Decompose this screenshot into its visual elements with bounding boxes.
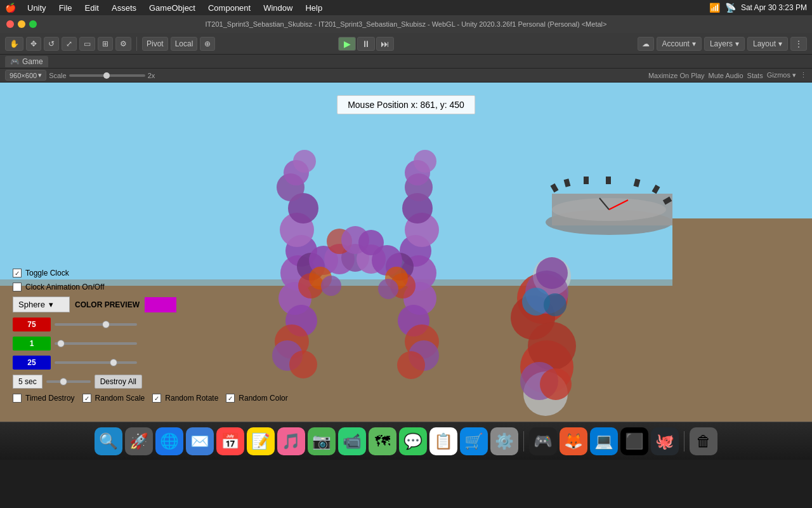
- svg-point-38: [357, 244, 386, 274]
- custom-tool[interactable]: ⚙: [115, 37, 131, 51]
- resolution-dropdown[interactable]: 960×600 ▾: [5, 70, 46, 81]
- layers-label: Layers: [710, 39, 733, 48]
- maximize-button[interactable]: [29, 20, 37, 28]
- dock-github[interactable]: 🐙: [651, 427, 679, 455]
- dock-unity[interactable]: 🎮: [529, 427, 557, 455]
- menu-assets[interactable]: Assets: [107, 2, 141, 14]
- dock-terminal[interactable]: ⬛: [620, 427, 648, 455]
- svg-point-55: [517, 273, 568, 324]
- mute-audio-button[interactable]: Mute Audio: [709, 72, 743, 79]
- hand-tool[interactable]: ✋: [5, 37, 23, 51]
- dock-reminders[interactable]: 📋: [429, 427, 457, 455]
- shape-dropdown-value: Sphere: [18, 300, 45, 309]
- dock-notes[interactable]: 📝: [247, 427, 275, 455]
- timed-destroy-checkbox[interactable]: [13, 394, 22, 403]
- gizmos-dropdown[interactable]: Gizmos ▾: [767, 71, 796, 79]
- play-button[interactable]: ▶: [338, 37, 356, 51]
- menu-window[interactable]: Window: [258, 2, 298, 14]
- clock-anim-checkbox[interactable]: [13, 283, 22, 291]
- shape-dropdown[interactable]: Sphere ▾: [13, 297, 70, 312]
- menu-help[interactable]: Help: [300, 2, 327, 14]
- dock-separator-2: [684, 431, 684, 451]
- menu-file[interactable]: File: [54, 2, 77, 14]
- more-game-options-button[interactable]: ⋮: [800, 71, 807, 79]
- random-rotate-checkbox[interactable]: [152, 394, 161, 403]
- scale-tool[interactable]: ⤢: [62, 37, 77, 51]
- svg-point-56: [533, 257, 571, 295]
- dock-firefox[interactable]: 🦊: [560, 427, 587, 455]
- dock-facetime[interactable]: 📹: [338, 427, 366, 455]
- dock-music[interactable]: 🎵: [277, 427, 305, 455]
- red-slider-thumb[interactable]: [102, 321, 110, 328]
- svg-rect-10: [584, 177, 589, 184]
- scale-slider[interactable]: [69, 74, 145, 77]
- menu-edit[interactable]: Edit: [80, 2, 104, 14]
- resolution-chevron-icon: ▾: [38, 71, 42, 79]
- maximize-on-play-button[interactable]: Maximize On Play: [648, 72, 705, 79]
- destroy-all-button[interactable]: Destroy All: [95, 375, 142, 389]
- close-button[interactable]: [6, 20, 14, 28]
- game-tab[interactable]: 🎮 Game: [5, 56, 48, 67]
- apple-icon[interactable]: 🍎: [5, 3, 16, 13]
- layout-dropdown[interactable]: Layout ▾: [747, 37, 788, 51]
- blue-value-label: 25: [13, 356, 51, 370]
- random-color-checkbox[interactable]: [226, 394, 235, 403]
- instruction-4: Press 4 to Turn OFF Random Color: [121, 154, 236, 166]
- dock-appstore[interactable]: 🛒: [460, 427, 488, 455]
- red-slider-row: 75: [13, 318, 288, 331]
- dock-systemprefs[interactable]: ⚙️: [490, 427, 518, 455]
- blue-slider-row: 25: [13, 356, 288, 370]
- blue-slider-track: [55, 361, 137, 364]
- svg-rect-11: [606, 177, 611, 184]
- dock-photos[interactable]: 📷: [308, 427, 336, 455]
- dock-messages[interactable]: 💬: [399, 427, 427, 455]
- menu-unity[interactable]: Unity: [22, 2, 51, 14]
- more-options-button[interactable]: ⋮: [790, 37, 807, 51]
- dock-separator-1: [523, 431, 524, 451]
- minimize-button[interactable]: [18, 20, 25, 28]
- svg-point-45: [409, 340, 439, 371]
- green-slider-thumb[interactable]: [57, 340, 65, 347]
- play-controls: ▶ ⏸ ⏭: [338, 37, 394, 51]
- svg-point-53: [405, 160, 430, 185]
- svg-point-18: [288, 193, 318, 224]
- svg-rect-13: [652, 185, 660, 194]
- dock-launchpad[interactable]: 🚀: [125, 427, 153, 455]
- scale-thumb[interactable]: [103, 72, 110, 79]
- move-tool[interactable]: ✥: [26, 37, 41, 51]
- dock-finder[interactable]: 🔍: [95, 427, 122, 455]
- random-scale-checkbox[interactable]: [82, 394, 91, 403]
- dock-mail[interactable]: ✉️: [186, 427, 214, 455]
- blue-slider-thumb[interactable]: [110, 359, 117, 366]
- svg-point-3: [546, 210, 672, 235]
- svg-point-51: [284, 160, 309, 185]
- dock-maps[interactable]: 🗺: [369, 427, 396, 455]
- rect-tool[interactable]: ▭: [79, 37, 95, 51]
- pivot-button[interactable]: Pivot: [142, 37, 168, 51]
- toggle-clock-checkbox[interactable]: [13, 269, 22, 277]
- menu-gameobject[interactable]: GameObject: [144, 2, 200, 14]
- account-dropdown[interactable]: Account ▾: [657, 37, 702, 51]
- layers-dropdown[interactable]: Layers ▾: [704, 37, 745, 51]
- pause-button[interactable]: ⏸: [357, 37, 375, 51]
- rotate-tool[interactable]: ↺: [44, 37, 59, 51]
- layout-chevron-icon: ▾: [778, 39, 782, 48]
- svg-point-58: [525, 271, 568, 314]
- svg-point-63: [528, 322, 576, 370]
- destroy-slider-thumb[interactable]: [60, 378, 67, 385]
- dock-trash[interactable]: 🗑: [690, 427, 717, 455]
- stats-button[interactable]: Stats: [747, 72, 763, 79]
- dock-calendar[interactable]: 📅: [216, 427, 244, 455]
- collab-btn[interactable]: ☁: [638, 37, 654, 51]
- snap-button[interactable]: ⊕: [200, 37, 215, 51]
- dock-vscode[interactable]: 💻: [590, 427, 618, 455]
- transform-tool[interactable]: ⊞: [98, 37, 113, 51]
- svg-rect-12: [634, 178, 641, 187]
- red-slider-track: [55, 323, 137, 326]
- local-button[interactable]: Local: [171, 37, 198, 51]
- menu-component[interactable]: Component: [203, 2, 256, 14]
- step-button[interactable]: ⏭: [376, 37, 394, 51]
- bottom-checkbox-row: Timed Destroy Random Scale Random Rotate…: [13, 394, 288, 403]
- svg-point-35: [309, 246, 338, 275]
- dock-safari[interactable]: 🌐: [155, 427, 183, 455]
